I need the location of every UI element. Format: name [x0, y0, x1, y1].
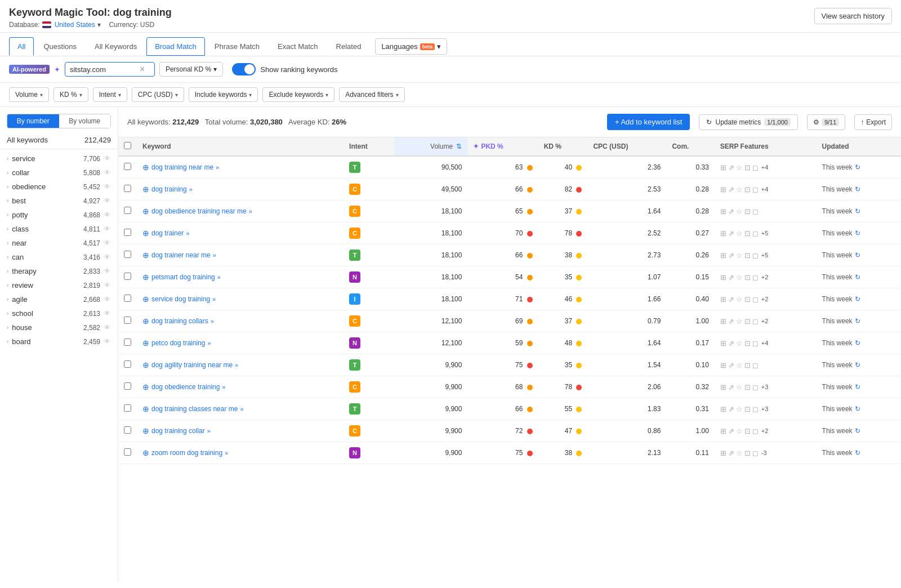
show-ranking-toggle[interactable]: [232, 63, 256, 75]
row-checkbox-cell[interactable]: [118, 442, 137, 464]
keyword-link[interactable]: ⊕ zoom room dog training »: [142, 448, 338, 457]
row-refresh-icon[interactable]: ↻: [855, 251, 860, 259]
row-refresh-icon[interactable]: ↻: [855, 405, 860, 413]
keyword-header[interactable]: Keyword: [137, 137, 344, 156]
sidebar-item[interactable]: › therapy 2,833 👁: [0, 264, 118, 278]
eye-icon[interactable]: 👁: [104, 323, 111, 332]
sidebar-item[interactable]: › best 4,927 👁: [0, 194, 118, 208]
personal-kd-button[interactable]: Personal KD % ▾: [159, 62, 223, 77]
row-checkbox[interactable]: [124, 273, 131, 280]
select-all-header[interactable]: [118, 137, 137, 156]
row-checkbox[interactable]: [124, 163, 131, 170]
eye-icon[interactable]: 👁: [104, 197, 111, 205]
row-refresh-icon[interactable]: ↻: [855, 273, 860, 281]
row-checkbox-cell[interactable]: [118, 332, 137, 354]
eye-icon[interactable]: 👁: [104, 211, 111, 219]
tab-exact-match[interactable]: Exact Match: [269, 37, 327, 56]
row-checkbox-cell[interactable]: [118, 244, 137, 266]
eye-icon[interactable]: 👁: [104, 225, 111, 233]
dropdown-icon[interactable]: ▾: [97, 21, 101, 29]
sidebar-item[interactable]: › agile 2,668 👁: [0, 292, 118, 306]
row-refresh-icon[interactable]: ↻: [855, 317, 860, 325]
row-checkbox-cell[interactable]: [118, 266, 137, 288]
row-checkbox-cell[interactable]: [118, 310, 137, 332]
row-refresh-icon[interactable]: ↻: [855, 449, 860, 457]
com-header[interactable]: Com.: [666, 137, 714, 156]
keyword-link[interactable]: ⊕ dog training collars »: [142, 317, 338, 326]
eye-icon[interactable]: 👁: [104, 154, 111, 163]
export-button[interactable]: ↑ Export: [854, 114, 892, 130]
row-checkbox[interactable]: [124, 338, 131, 346]
database-link[interactable]: United States: [55, 21, 95, 29]
eye-icon[interactable]: 👁: [104, 253, 111, 261]
keyword-link[interactable]: ⊕ dog obedience training near me »: [142, 207, 338, 216]
row-checkbox[interactable]: [124, 251, 131, 258]
row-checkbox-cell[interactable]: [118, 156, 137, 179]
sidebar-item[interactable]: › service 7,706 👁: [0, 152, 118, 166]
add-to-keyword-list-button[interactable]: + Add to keyword list: [607, 114, 690, 130]
sidebar-item[interactable]: › can 3,416 👁: [0, 250, 118, 264]
row-refresh-icon[interactable]: ↻: [855, 339, 860, 347]
row-refresh-icon[interactable]: ↻: [855, 383, 860, 391]
keyword-link[interactable]: ⊕ dog training near me »: [142, 163, 338, 172]
cpc-filter-button[interactable]: CPC (USD) ▾: [132, 87, 184, 102]
eye-icon[interactable]: 👁: [104, 168, 111, 177]
eye-icon[interactable]: 👁: [104, 182, 111, 191]
keyword-link[interactable]: ⊕ petsmart dog training »: [142, 273, 338, 282]
eye-icon[interactable]: 👁: [104, 295, 111, 304]
row-checkbox[interactable]: [124, 426, 131, 434]
keyword-link[interactable]: ⊕ service dog training »: [142, 295, 338, 304]
tab-all-keywords[interactable]: All Keywords: [86, 37, 145, 56]
row-checkbox[interactable]: [124, 207, 131, 214]
eye-icon[interactable]: 👁: [104, 337, 111, 346]
view-history-button[interactable]: View search history: [814, 8, 892, 24]
row-refresh-icon[interactable]: ↻: [855, 427, 860, 435]
row-checkbox-cell[interactable]: [118, 288, 137, 310]
row-checkbox[interactable]: [124, 295, 131, 302]
exclude-keywords-button[interactable]: Exclude keywords ▾: [262, 87, 334, 102]
keyword-link[interactable]: ⊕ dog training »: [142, 185, 338, 194]
clear-input-button[interactable]: ×: [140, 65, 145, 74]
tab-questions[interactable]: Questions: [35, 37, 85, 56]
row-refresh-icon[interactable]: ↻: [855, 361, 860, 369]
keyword-link[interactable]: ⊕ dog trainer »: [142, 229, 338, 238]
intent-header[interactable]: Intent: [344, 137, 394, 156]
kd-header[interactable]: KD %: [538, 137, 588, 156]
keyword-link[interactable]: ⊕ petco dog training »: [142, 338, 338, 348]
sidebar-item[interactable]: › class 4,811 👁: [0, 222, 118, 236]
row-checkbox[interactable]: [124, 382, 131, 390]
by-number-button[interactable]: By number: [7, 114, 59, 128]
include-keywords-button[interactable]: Include keywords ▾: [189, 87, 258, 102]
sidebar-item[interactable]: › review 2,819 👁: [0, 278, 118, 292]
row-checkbox[interactable]: [124, 229, 131, 236]
row-refresh-icon[interactable]: ↻: [855, 207, 860, 215]
eye-icon[interactable]: 👁: [104, 239, 111, 247]
keyword-link[interactable]: ⊕ dog trainer near me »: [142, 251, 338, 260]
by-volume-button[interactable]: By volume: [59, 114, 111, 128]
cpc-header[interactable]: CPC (USD): [587, 137, 666, 156]
sidebar-item[interactable]: › board 2,459 👁: [0, 335, 118, 349]
select-all-checkbox[interactable]: [124, 142, 131, 149]
advanced-filters-button[interactable]: Advanced filters ▾: [339, 87, 404, 102]
keyword-link[interactable]: ⊕ dog agility training near me »: [142, 360, 338, 369]
volume-filter-button[interactable]: Volume ▾: [9, 87, 49, 102]
eye-icon[interactable]: 👁: [104, 267, 111, 275]
intent-filter-button[interactable]: Intent ▾: [93, 87, 127, 102]
row-checkbox[interactable]: [124, 185, 131, 192]
languages-button[interactable]: Languages beta ▾: [375, 38, 447, 55]
row-checkbox[interactable]: [124, 317, 131, 324]
sidebar-item[interactable]: › collar 5,808 👁: [0, 166, 118, 180]
row-refresh-icon[interactable]: ↻: [855, 229, 860, 237]
eye-icon[interactable]: 👁: [104, 281, 111, 289]
tab-all[interactable]: All: [9, 37, 34, 56]
row-checkbox-cell[interactable]: [118, 354, 137, 376]
row-checkbox-cell[interactable]: [118, 398, 137, 420]
row-checkbox[interactable]: [124, 404, 131, 412]
tab-broad-match[interactable]: Broad Match: [146, 37, 205, 56]
row-checkbox-cell[interactable]: [118, 201, 137, 222]
update-metrics-button[interactable]: ↻ Update metrics 1/1,000: [699, 114, 797, 130]
keyword-link[interactable]: ⊕ dog obedience training »: [142, 382, 338, 391]
row-refresh-icon[interactable]: ↻: [855, 185, 860, 193]
keyword-link[interactable]: ⊕ dog training classes near me »: [142, 404, 338, 413]
tab-related[interactable]: Related: [328, 37, 370, 56]
